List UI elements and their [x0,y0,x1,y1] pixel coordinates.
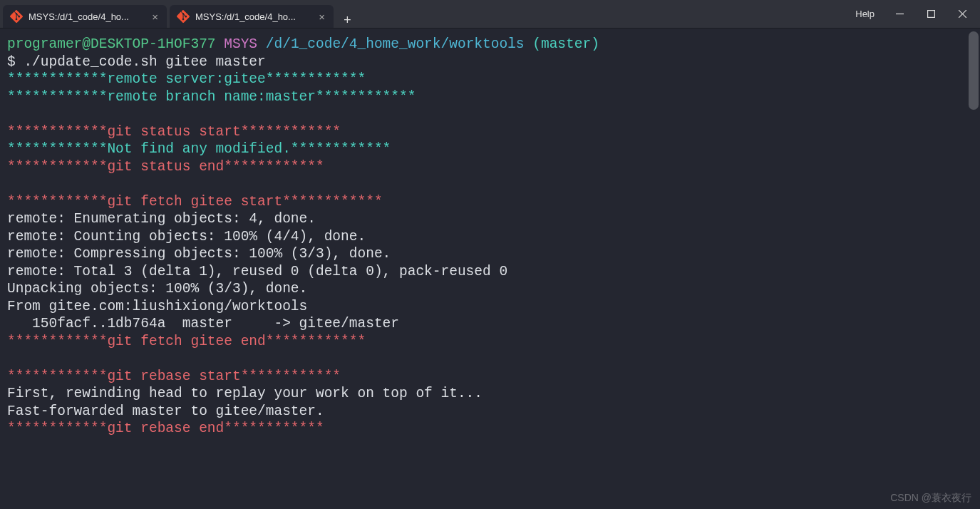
line: ************remote branch name:master***… [7,89,416,105]
new-tab-button[interactable]: + [336,14,359,28]
tab-1[interactable]: MSYS:/d/1_code/4_ho... × [3,5,167,28]
prompt-shell: MSYS [224,36,257,52]
line: ************remote server:gitee*********… [7,71,366,87]
git-icon [177,10,190,23]
terminal[interactable]: programer@DESKTOP-1HOF377 MSYS /d/1_code… [0,29,980,509]
window-controls: Help [847,4,977,25]
prompt-branch: (master) [532,36,599,52]
git-icon [10,10,23,23]
command: ./update_code.sh gitee master [24,54,265,70]
line: ************git rebase end************ [7,421,324,436]
line: Fast-forwarded master to gitee/master. [7,403,324,419]
tab-title: MSYS:/d/1_code/4_ho... [195,11,311,22]
help-menu[interactable]: Help [847,9,883,19]
prompt-user: programer@DESKTOP-1HOF377 [7,36,216,52]
close-icon[interactable]: × [150,10,160,24]
close-button[interactable] [947,4,977,25]
terminal-output: programer@DESKTOP-1HOF377 MSYS /d/1_code… [7,36,973,438]
line: From gitee.com:liushixiong/worktools [7,299,307,314]
maximize-button[interactable] [916,4,946,25]
line: ************git rebase start************ [7,369,341,384]
line: ************git fetch gitee end*********… [7,334,366,349]
svg-rect-1 [927,11,934,18]
scrollbar-thumb[interactable] [969,31,979,110]
scrollbar[interactable] [969,31,979,506]
watermark: CSDN @蓑衣夜行 [890,492,971,505]
tab-strip: MSYS:/d/1_code/4_ho... × MSYS:/d/1_code/… [3,0,359,28]
line: remote: Enumerating objects: 4, done. [7,211,316,227]
line: ************Not find any modified.******… [7,141,391,157]
terminal-viewport: programer@DESKTOP-1HOF377 MSYS /d/1_code… [7,36,973,502]
line: ************git fetch gitee start*******… [7,194,383,210]
line: ************git status end************ [7,159,324,175]
tab-title: MSYS:/d/1_code/4_ho... [29,11,145,22]
line: remote: Total 3 (delta 1), reused 0 (del… [7,264,507,279]
tab-2[interactable]: MSYS:/d/1_code/4_ho... × [170,5,334,28]
line: 150facf..1db764a master -> gitee/master [7,316,399,331]
close-icon[interactable]: × [317,10,326,24]
line: ************git status start************ [7,124,341,140]
prompt-symbol: $ [7,54,16,70]
line: remote: Compressing objects: 100% (3/3),… [7,246,391,262]
line: remote: Counting objects: 100% (4/4), do… [7,229,366,245]
line: First, rewinding head to replay your wor… [7,386,483,401]
title-bar: MSYS:/d/1_code/4_ho... × MSYS:/d/1_code/… [0,0,980,29]
prompt-cwd: /d/1_code/4_home_work/worktools [266,36,525,52]
minimize-button[interactable] [884,4,914,25]
line: Unpacking objects: 100% (3/3), done. [7,281,307,297]
